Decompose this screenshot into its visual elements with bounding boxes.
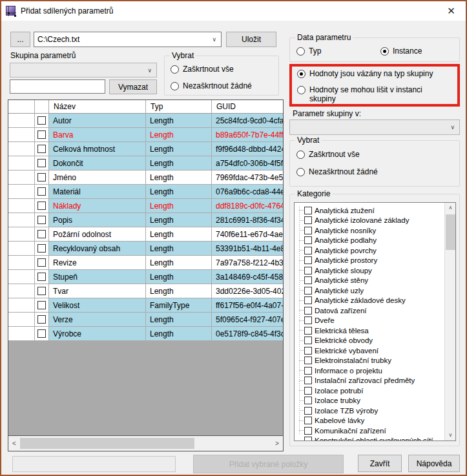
row-checkbox[interactable] <box>37 116 46 125</box>
hscroll-thumb[interactable] <box>20 438 194 449</box>
category-checkbox[interactable] <box>304 347 312 355</box>
filter-input[interactable] <box>10 79 105 94</box>
table-row[interactable]: NákladyLengthddf8189c-d0fc-4764- <box>8 199 283 213</box>
category-item[interactable]: Instalační zařizovací předměty <box>295 376 444 386</box>
param-guid-cell[interactable]: ddf8189c-d0fc-4764- <box>212 199 283 213</box>
param-name-cell[interactable]: Velikost <box>49 298 146 313</box>
category-item[interactable]: Analytické prostory <box>295 256 444 266</box>
table-row[interactable]: Celková hmotnostLengthf9f96d48-dbbd-4424… <box>8 142 283 156</box>
category-item[interactable]: Analytické nosníky <box>295 225 444 236</box>
param-name-cell[interactable]: Materiál <box>49 185 146 199</box>
param-guid-cell[interactable]: 0e5178f9-c845-4f3c- <box>212 327 283 341</box>
row-checkbox[interactable] <box>37 301 46 309</box>
param-guid-cell[interactable]: 7a97a758-f212-4b3d <box>212 256 283 270</box>
table-row[interactable]: DokončitLengtha754dfc0-306b-4f5f-b <box>8 156 283 171</box>
param-guid-cell[interactable]: 740f6e11-e67d-4ae7 <box>212 227 283 242</box>
category-checkbox[interactable] <box>304 316 312 324</box>
categories-check-all-radio[interactable]: Zaškrtnout vše <box>296 150 360 159</box>
table-row[interactable]: Požární odolnostLength740f6e11-e67d-4ae7 <box>8 227 283 242</box>
table-row[interactable]: Recyklovaný obsahLength53391b51-4b11-4e8… <box>8 242 283 256</box>
row-checkbox[interactable] <box>37 159 46 167</box>
row-header-cell[interactable] <box>8 327 35 341</box>
param-type-cell[interactable]: Length <box>146 128 212 142</box>
param-name-cell[interactable]: Dokončit <box>49 156 146 171</box>
param-guid-cell[interactable]: 076a9b6c-cda8-44ea <box>212 185 283 199</box>
row-header-cell[interactable] <box>8 156 35 171</box>
row-checkbox-cell[interactable] <box>35 128 49 142</box>
param-name-cell[interactable]: Výrobce <box>49 327 146 341</box>
row-checkbox[interactable] <box>37 287 46 295</box>
category-checkbox[interactable] <box>304 267 312 274</box>
group-parameter-under-combobox[interactable]: ∨ <box>289 119 460 135</box>
vscroll-thumb[interactable] <box>446 214 455 250</box>
category-checkbox[interactable] <box>304 417 312 424</box>
category-checkbox[interactable] <box>304 236 312 244</box>
close-button[interactable]: Zavřít <box>358 455 402 472</box>
category-item[interactable]: Analytická ztužení <box>295 205 444 216</box>
param-name-cell[interactable]: Požární odolnost <box>49 227 146 242</box>
parameter-group-combobox[interactable]: ∨ <box>10 63 157 78</box>
param-type-cell[interactable]: Length <box>146 114 212 128</box>
category-checkbox[interactable] <box>304 256 312 264</box>
category-item[interactable]: Datová zařízení <box>295 305 444 316</box>
table-row[interactable]: JménoLength7969fdac-473b-4e59 <box>8 171 283 185</box>
browse-button[interactable]: ... <box>10 32 30 47</box>
category-item[interactable]: Informace o projektu <box>295 366 444 376</box>
category-checkbox[interactable] <box>304 407 312 415</box>
row-checkbox[interactable] <box>37 173 46 181</box>
table-row[interactable]: StupeňLength3a148469-c45f-458a <box>8 270 283 284</box>
category-item[interactable]: Komunikační zařízení <box>295 426 444 436</box>
row-checkbox[interactable] <box>37 230 46 238</box>
param-guid-cell[interactable]: 25c84fcd-9cd0-4cfa- <box>212 114 283 128</box>
row-checkbox-cell[interactable] <box>35 284 49 298</box>
values-bound-to-group-type-radio[interactable]: Hodnoty jsou vázány na typ skupiny <box>297 69 457 78</box>
table-row[interactable]: VerzeLength5f0965c4-f927-407e- <box>8 313 283 327</box>
row-header-cell[interactable] <box>8 128 35 142</box>
category-item[interactable]: Izolace trubky <box>295 396 444 406</box>
row-checkbox-cell[interactable] <box>35 227 49 242</box>
param-guid-cell[interactable]: 5f0965c4-f927-407e- <box>212 313 283 327</box>
param-guid-cell[interactable]: f9f96d48-dbbd-4424- <box>212 142 283 156</box>
row-checkbox[interactable] <box>37 329 46 338</box>
param-guid-cell[interactable]: 3a148469-c45f-458a <box>212 270 283 284</box>
table-row[interactable]: VelikostFamilyTypeff617f56-e0f4-4a07-a <box>8 298 283 313</box>
param-name-cell[interactable]: Popis <box>49 213 146 227</box>
help-button[interactable]: Nápověda <box>408 455 460 472</box>
category-item[interactable]: Elektrická tělesa <box>295 326 444 336</box>
param-name-cell[interactable]: Náklady <box>49 199 146 213</box>
checkbox-column-header[interactable] <box>35 100 49 114</box>
row-header-cell[interactable] <box>8 142 35 156</box>
row-header-cell[interactable] <box>8 313 35 327</box>
param-name-cell[interactable]: Stupeň <box>49 270 146 284</box>
category-item[interactable]: Konstrukční oblasti svařovaných sítí <box>295 436 444 441</box>
param-type-cell[interactable]: Length <box>146 185 212 199</box>
check-all-radio[interactable]: Zaškrtnout vše <box>171 65 234 74</box>
param-name-cell[interactable]: Barva <box>49 128 146 142</box>
category-item[interactable]: Analytické základové desky <box>295 296 444 306</box>
category-checkbox[interactable] <box>304 247 312 254</box>
param-type-cell[interactable]: Length <box>146 156 212 171</box>
category-item[interactable]: Analytické sloupy <box>295 265 444 276</box>
param-name-cell[interactable]: Celková hmotnost <box>49 142 146 156</box>
param-type-cell[interactable]: FamilyType <box>146 298 212 313</box>
table-horizontal-scrollbar[interactable]: < > <box>8 435 283 451</box>
param-type-cell[interactable]: Length <box>146 313 212 327</box>
row-checkbox-cell[interactable] <box>35 213 49 227</box>
param-type-cell[interactable]: Length <box>146 242 212 256</box>
table-row[interactable]: TvarLength3dd0226e-3d05-402a <box>8 284 283 298</box>
table-row[interactable]: BarvaLengthb89a650f-7b7e-44ff- <box>8 128 283 142</box>
param-guid-cell[interactable]: b89a650f-7b7e-44ff- <box>212 128 283 142</box>
row-checkbox[interactable] <box>37 202 46 210</box>
category-checkbox[interactable] <box>304 387 312 395</box>
row-checkbox[interactable] <box>37 130 46 139</box>
uncheck-all-radio[interactable]: Nezaškrtnout žádné <box>171 81 252 90</box>
param-type-cell[interactable]: Length <box>146 199 212 213</box>
row-checkbox-cell[interactable] <box>35 199 49 213</box>
param-name-cell[interactable]: Jméno <box>49 171 146 185</box>
param-type-cell[interactable]: Length <box>146 284 212 298</box>
param-type-cell[interactable]: Length <box>146 256 212 270</box>
row-header-cell[interactable] <box>8 185 35 199</box>
param-type-cell[interactable]: Length <box>146 142 212 156</box>
category-checkbox[interactable] <box>304 207 312 214</box>
category-item[interactable]: Analytické povrchy <box>295 245 444 256</box>
